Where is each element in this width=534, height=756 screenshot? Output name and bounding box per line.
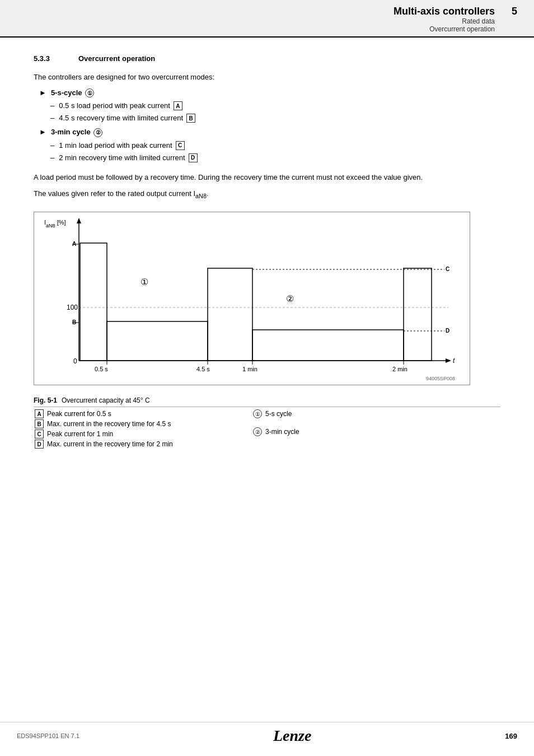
legend-C: C Peak current for 1 min <box>34 430 229 438</box>
sub-item-2b: 2 min recovery time with limited current… <box>50 152 500 164</box>
label-C-right: C <box>446 266 449 272</box>
legend-A: A Peak current for 0.5 s <box>34 409 229 418</box>
badge-B: B <box>186 114 195 123</box>
para1: A load period must be followed by a reco… <box>34 172 500 183</box>
sub-item-2a: 1 min load period with peak current C <box>50 139 500 152</box>
label-1min: 1 min <box>242 366 257 372</box>
bullet-arrow-1: ► <box>39 88 46 97</box>
section-number: 5.3.3 <box>34 54 62 63</box>
chart-container: IaN8 [%] t 100 0 <box>34 212 470 385</box>
right-circle-1: ① <box>253 409 262 418</box>
fig-label: Fig. 5-1 <box>34 396 57 404</box>
bar-A-outline <box>80 243 107 361</box>
label-D-right: D <box>446 328 449 334</box>
dots: ··· <box>209 357 213 363</box>
right-text-1: 5-s cycle <box>265 410 292 418</box>
legend-text-A: Peak current for 0.5 s <box>47 410 111 418</box>
sub-list-1: 0.5 s load period with peak current A 4.… <box>50 100 500 124</box>
legend-badge-D: D <box>35 440 44 449</box>
legend-badge-C: C <box>35 430 44 438</box>
bullet-item-2: ► 3-min cycle ② <box>39 128 500 137</box>
bullet-arrow-2: ► <box>39 128 46 136</box>
sub-item-1a: 0.5 s load period with peak current A <box>50 100 500 112</box>
right-legend-2: ② 3-min cycle <box>252 427 364 436</box>
y-0-label: 0 <box>73 357 77 365</box>
circle-badge-2: ② <box>93 128 102 137</box>
header: Multi-axis controllers Rated data Overcu… <box>0 0 534 38</box>
bullet-label-1: 5-s-cycle ① <box>51 88 94 98</box>
legend-text-D: Max. current in the recovery time for 2 … <box>47 440 173 448</box>
legend-B: B Max. current in the recovery time for … <box>34 419 229 428</box>
bar-B-outline <box>107 321 208 361</box>
sub-item-1b: 4.5 s recovery time with limited current… <box>50 112 500 124</box>
figure-caption-area: Fig. 5-1 Overcurrent capacity at 45° C A… <box>34 396 500 450</box>
bar-C2-outline <box>404 268 432 361</box>
page: Multi-axis controllers Rated data Overcu… <box>0 0 534 756</box>
footer-doc-ref: EDS94SPP101 EN 7.1 <box>17 732 79 739</box>
sub-text-2a: 1 min load period with peak current <box>59 139 172 152</box>
header-subtitle2: Overcurrent operation <box>394 25 495 33</box>
badge-A: A <box>174 101 182 110</box>
label-2min: 2 min <box>392 366 407 372</box>
badge-D: D <box>189 153 198 162</box>
sub-text-2b: 2 min recovery time with limited current <box>59 152 185 164</box>
header-page-number: 5 <box>512 6 517 17</box>
fig-legend-right: ① 5-s cycle ② 3-min cycle <box>252 409 364 450</box>
intro-text: The controllers are designed for two ove… <box>34 72 500 83</box>
sub-list-2: 1 min load period with peak current C 2 … <box>50 139 500 164</box>
x-axis-label: t <box>453 357 455 365</box>
badge-C: C <box>176 141 185 150</box>
circle2-label: ② <box>286 294 294 304</box>
legend-text-B: Max. current in the recovery time for 4.… <box>47 420 171 428</box>
header-title: Multi-axis controllers <box>394 6 495 17</box>
chart-svg: IaN8 [%] t 100 0 <box>34 212 471 386</box>
bar-C-outline <box>208 268 252 361</box>
label-45: 4.5 s <box>196 366 210 372</box>
circle-badge-1: ① <box>85 88 94 97</box>
label-05: 0.5 s <box>95 366 108 372</box>
bullet-item-1: ► 5-s-cycle ① <box>39 88 500 98</box>
y-axis-label: IaN8 [%] <box>44 219 66 228</box>
fig-caption-text: Overcurrent capacity at 45° C <box>62 396 150 404</box>
fig-legend-left: A Peak current for 0.5 s B Max. current … <box>34 409 229 450</box>
legend-text-C: Peak current for 1 min <box>47 430 113 438</box>
x-axis-arrow <box>446 358 451 363</box>
para2: The values given refer to the rated outp… <box>34 188 500 200</box>
right-text-2: 3-min cycle <box>265 428 299 436</box>
sub-text-1b: 4.5 s recovery time with limited current <box>59 112 183 124</box>
section-title: Overcurrent operation <box>78 54 155 63</box>
ref-code: 94005SP008 <box>426 376 455 381</box>
content-area: 5.3.3 Overcurrent operation The controll… <box>0 38 534 466</box>
y-100-label: 100 <box>67 304 78 311</box>
legend-badge-B: B <box>35 419 44 428</box>
bullet-label-2: 3-min cycle ② <box>51 128 102 137</box>
sub-text-1a: 0.5 s load period with peak current <box>59 100 170 112</box>
right-legend-1: ① 5-s cycle <box>252 409 364 418</box>
footer-page-number: 169 <box>505 732 517 740</box>
legend-D: D Max. current in the recovery time for … <box>34 440 229 449</box>
legend-badge-A: A <box>35 409 44 418</box>
footer: EDS94SPP101 EN 7.1 Lenze 169 <box>0 722 534 745</box>
right-circle-2: ② <box>253 427 262 436</box>
circle1-label: ① <box>140 277 148 287</box>
footer-logo: Lenze <box>273 727 311 745</box>
y-axis-arrow <box>77 218 81 223</box>
header-subtitle1: Rated data <box>394 17 495 25</box>
para2-sub: aN8 <box>195 193 207 199</box>
bar-D-outline <box>252 330 404 361</box>
section-heading: 5.3.3 Overcurrent operation <box>34 54 500 63</box>
